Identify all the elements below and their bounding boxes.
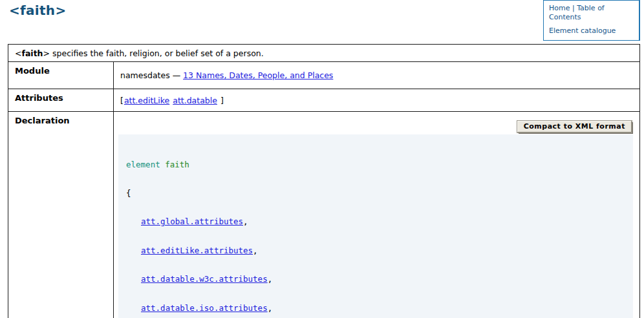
module-value-cell: namesdates — 13 Names, Dates, People, an…: [114, 62, 640, 89]
element-doc-page: <faith> Home | Table of Contents Element…: [0, 0, 644, 318]
code-comma: ,: [268, 274, 273, 284]
attributes-open-bracket: [: [120, 96, 123, 105]
nav-box: Home | Table of Contents Element catalog…: [543, 0, 640, 41]
module-chapter-link[interactable]: 13 Names, Dates, People, and Places: [183, 70, 333, 80]
declaration-code-line: att.global.attributes,: [126, 217, 625, 227]
declaration-code-line: att.datable.w3c.attributes,: [126, 275, 625, 284]
nav-line-catalogue: Element catalogue: [549, 26, 634, 36]
declaration-code-line: element faith: [126, 160, 625, 170]
attributes-close-bracket: ]: [220, 96, 224, 105]
declaration-code-line: att.editLike.attributes,: [126, 246, 625, 256]
description-tag-close: >: [43, 48, 50, 58]
code-link-att-editlike-attributes[interactable]: att.editLike.attributes: [141, 246, 253, 255]
attributes-label: Attributes: [8, 89, 114, 112]
declaration-code-block: element faith { att.global.attributes, a…: [118, 134, 633, 318]
declaration-row: Declaration Compact to XML format elemen…: [8, 112, 640, 318]
declaration-code-line: att.datable.iso.attributes,: [126, 304, 625, 313]
nav-link-home[interactable]: Home: [549, 4, 570, 12]
nav-line-home-toc: Home | Table of Contents: [549, 4, 634, 22]
compact-to-xml-button[interactable]: Compact to XML format: [517, 121, 632, 132]
code-link-att-datable-w3c-attributes[interactable]: att.datable.w3c.attributes: [141, 274, 268, 284]
code-comma: ,: [243, 217, 248, 226]
attribute-class-link-editlike[interactable]: att.editLike: [124, 96, 169, 105]
code-element-name: faith: [165, 160, 189, 169]
declaration-button-row: Compact to XML format: [114, 121, 632, 132]
description-row: <faith> specifies the faith, religion, o…: [8, 45, 640, 62]
code-link-att-global-attributes[interactable]: att.global.attributes: [141, 217, 243, 226]
module-row: Module namesdates — 13 Names, Dates, Peo…: [8, 62, 640, 89]
nav-separator: |: [570, 4, 577, 12]
page-title: <faith>: [9, 3, 66, 18]
declaration-label: Declaration: [8, 112, 114, 318]
nav-link-element-catalogue[interactable]: Element catalogue: [549, 26, 616, 35]
module-name: namesdates —: [120, 70, 183, 80]
description-tag-open: <: [15, 48, 21, 58]
module-label: Module: [8, 62, 114, 89]
attribute-class-link-datable[interactable]: att.datable: [173, 96, 217, 105]
declaration-open-brace: {: [126, 189, 625, 198]
attributes-value-cell: [att.editLikeatt.datable]: [114, 89, 640, 112]
declaration-value-cell: Compact to XML format element faith { at…: [114, 112, 640, 318]
code-comma: ,: [268, 303, 273, 313]
description-cell: <faith> specifies the faith, religion, o…: [8, 45, 640, 62]
description-tag-name: faith: [21, 48, 43, 58]
element-doc-table: <faith> specifies the faith, religion, o…: [8, 44, 640, 318]
code-link-att-datable-iso-attributes[interactable]: att.datable.iso.attributes: [141, 303, 268, 313]
code-comma: ,: [253, 246, 258, 255]
code-keyword-element: element: [126, 160, 160, 169]
attributes-row: Attributes [att.editLikeatt.datable]: [8, 89, 640, 112]
description-text: specifies the faith, religion, or belief…: [50, 48, 264, 58]
